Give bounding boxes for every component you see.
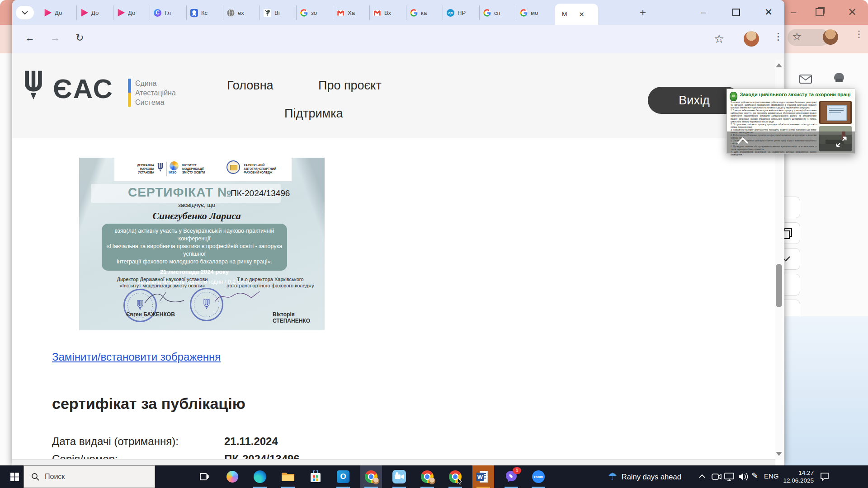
taskbar: Поиск	[0, 465, 868, 488]
outlook-button[interactable]: O	[332, 465, 354, 488]
notification-center-icon[interactable]	[820, 472, 829, 481]
divider	[166, 162, 167, 176]
word-button[interactable]: W	[472, 465, 494, 488]
tab-11[interactable]: hpHP	[443, 5, 480, 20]
bg-profile-avatar[interactable]	[823, 29, 838, 45]
close-button[interactable]: ✕	[762, 5, 775, 19]
school-crest-icon: 95	[730, 92, 737, 101]
chrome-profile2-button[interactable]	[416, 465, 438, 488]
store-button[interactable]	[305, 465, 326, 488]
tab-12[interactable]: сп	[480, 5, 516, 20]
new-tab-button[interactable]: +	[637, 6, 649, 19]
tab-search-button[interactable]	[16, 6, 34, 19]
tab-strip: До До До CГл Кс ex Ві зо Ха Вх	[12, 0, 784, 25]
google-icon	[483, 9, 491, 17]
site-tagline: Єдина Атестаційна Система	[135, 79, 176, 107]
envelope-icon[interactable]	[799, 75, 812, 84]
imzo-abbr: ІМЗО	[169, 171, 177, 174]
zoom-button[interactable]: zoom	[528, 465, 549, 488]
bg-close-button[interactable]: ✕	[844, 5, 860, 20]
bg-menu-icon[interactable]: ⋮	[854, 28, 863, 39]
taskbar-search-input[interactable]: Поиск	[24, 465, 155, 488]
expand-icon[interactable]	[835, 135, 848, 149]
language-indicator[interactable]: ENG	[764, 472, 779, 480]
signature-right-title: Т.в.о директора Харківського автотранспо…	[223, 276, 318, 289]
clock[interactable]: 14:27 12.06.2025	[779, 469, 814, 484]
signature-right	[212, 289, 262, 305]
tab-0[interactable]: До	[40, 5, 77, 20]
maximize-button[interactable]	[729, 5, 743, 19]
task-view-button[interactable]	[193, 465, 215, 488]
tray-chevron-icon[interactable]	[698, 474, 706, 479]
edge-button[interactable]	[249, 465, 271, 488]
edge-icon	[254, 470, 266, 483]
nav-support[interactable]: Підтримка	[284, 107, 343, 121]
tab-8[interactable]: Ха	[333, 5, 370, 20]
badge-icon	[190, 9, 198, 17]
tab-13[interactable]: мо	[516, 5, 553, 20]
minimize-button[interactable]: –	[697, 5, 710, 19]
certificate-body-text: взяв(ла) активну участь у Всеукраїнській…	[102, 227, 287, 266]
file-explorer-button[interactable]	[277, 465, 299, 488]
replace-image-link[interactable]: Замінити/встановити зображення	[52, 351, 221, 363]
page-heading: сертифікат за публікацію	[52, 395, 245, 413]
profile-avatar[interactable]	[744, 31, 759, 47]
certificate-image[interactable]: ДЕРЖАВНА НАУКОВА УСТАНОВА ІМЗО ІНСТИТУТ …	[79, 158, 325, 330]
bg-bookmark-star-icon[interactable]: ☆	[792, 30, 802, 43]
signature-right-name: Вікторія СТЕПАНЕНКО	[273, 311, 325, 324]
chrome-profile3-button[interactable]	[444, 465, 466, 488]
scroll-down-icon[interactable]	[776, 452, 782, 456]
trident-logo-icon	[22, 70, 45, 102]
site-logo-text[interactable]: ЄАС	[53, 73, 113, 104]
menu-icon[interactable]: ⋮	[774, 31, 783, 42]
bookmark-star-icon[interactable]: ☆	[714, 32, 724, 46]
collapse-chevron-icon[interactable]	[736, 136, 750, 145]
back-icon[interactable]: ←	[25, 32, 35, 44]
weather-widget[interactable]: ☂ Rainy days ahead	[608, 465, 681, 488]
tab-6[interactable]: Ві	[260, 5, 297, 20]
tab-7[interactable]: зо	[297, 5, 333, 20]
network-icon[interactable]	[724, 473, 735, 481]
task-view-icon	[200, 472, 209, 481]
tab-1[interactable]: До	[77, 5, 113, 20]
signature-left-title: Директор Державної наукової установи «Ін…	[104, 276, 220, 289]
google-icon	[410, 9, 418, 17]
reload-icon[interactable]: ↻	[75, 32, 84, 44]
zoom-icon: zoom	[532, 470, 545, 483]
volume-icon[interactable]	[738, 472, 749, 481]
pen-icon[interactable]: ✎	[751, 471, 758, 481]
tab-close-icon[interactable]: ✕	[579, 10, 585, 19]
bg-restore-button[interactable]	[816, 8, 824, 16]
copilot-button[interactable]	[222, 465, 243, 488]
certificate-number: ПК-2024/13496	[231, 188, 290, 198]
restore-icon	[816, 8, 824, 16]
start-button[interactable]	[4, 465, 25, 488]
nav-about[interactable]: Про проєкт	[318, 79, 382, 93]
signature-left-name: Євген БАЖЕНКОВ	[126, 311, 175, 318]
umbrella-icon: ☂	[608, 471, 617, 483]
certificate-date: 21 листопада 2024 року	[102, 268, 287, 275]
meeting-app-button[interactable]	[388, 465, 410, 488]
forward-icon[interactable]: →	[50, 32, 60, 44]
viber-button[interactable]: 1	[500, 465, 522, 488]
meet-now-icon[interactable]	[712, 473, 722, 481]
active-tab[interactable]: M ✕	[555, 4, 598, 25]
chrome-profile1-button[interactable]	[360, 465, 382, 488]
scrollbar-thumb[interactable]	[776, 264, 782, 307]
cursor-badge-icon	[457, 478, 462, 484]
tab-9[interactable]: Вх	[370, 5, 406, 20]
viber-unread-badge: 1	[513, 467, 521, 474]
weather-text: Rainy days ahead	[622, 473, 681, 481]
printer-icon[interactable]	[832, 72, 846, 84]
nav-home[interactable]: Головна	[227, 79, 274, 93]
tab-3[interactable]: CГл	[150, 5, 187, 20]
scroll-up-icon[interactable]	[776, 63, 782, 67]
tab-4[interactable]: Кс	[187, 5, 223, 20]
horizontal-scrollbar[interactable]	[12, 459, 775, 465]
tab-10[interactable]: ка	[406, 5, 443, 20]
issuer-right-name: ХАРКІВСЬКИЙ АВТОТРАНСПОРТНИЙ ФАХОВИЙ КОЛ…	[244, 164, 276, 174]
tab-5[interactable]: ex	[223, 5, 260, 20]
document-preview-popup[interactable]: 95 Заходи цивільного захисту та охорони …	[726, 89, 855, 154]
tab-2[interactable]: До	[113, 5, 150, 20]
bg-minimize-button[interactable]: –	[786, 5, 801, 20]
